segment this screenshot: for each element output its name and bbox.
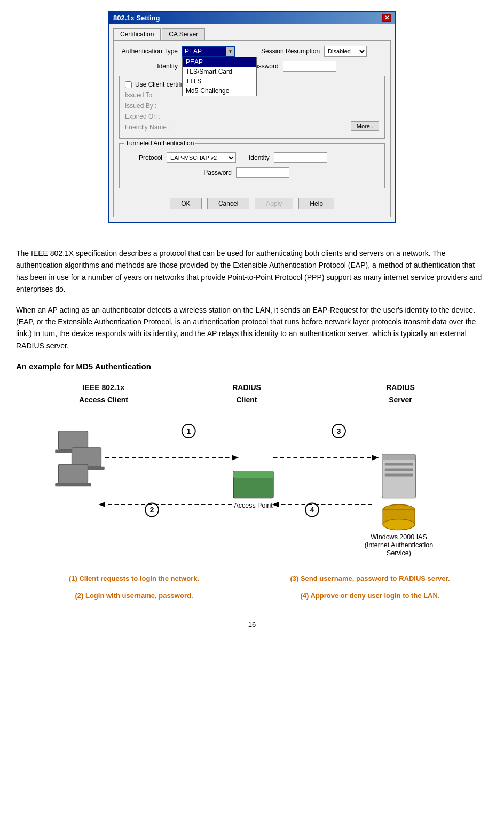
friendly-name-label: Friendly Name : [125, 123, 173, 131]
form-panel: Authentication Type PEAP ▼ PEAP TLS/Smar… [113, 40, 391, 217]
col2-label-line2: Client [237, 395, 257, 404]
ok-button[interactable]: OK [170, 198, 202, 209]
diagram-svg: 1 2 Access Point 3 4 [16, 411, 488, 571]
friendly-name-row: Friendly Name : More.. [125, 123, 379, 131]
annotation-2: (2) Login with username, password. [30, 591, 238, 601]
svg-text:4: 4 [310, 506, 314, 514]
svg-rect-4 [59, 464, 88, 483]
use-client-cert-checkbox[interactable] [125, 81, 132, 88]
svg-rect-28 [385, 468, 413, 471]
dialog-titlebar: 802.1x Setting ✕ [109, 12, 395, 24]
protocol-row: Protocol EAP-MSCHAP v2 Identity [125, 152, 379, 163]
tunneled-password-input[interactable] [236, 167, 289, 178]
svg-marker-9 [232, 455, 239, 460]
svg-marker-13 [99, 502, 106, 507]
issued-by-row: Issued By : [125, 102, 379, 110]
page-number: 16 [16, 619, 488, 631]
col2-label: RADIUS Client [204, 382, 289, 406]
svg-text:1: 1 [186, 427, 191, 435]
main-content: The IEEE 802.1X specification describes … [0, 239, 504, 651]
diagram-annotations: (1) Client requests to login the network… [16, 574, 488, 608]
svg-text:2: 2 [150, 506, 154, 514]
cancel-button[interactable]: Cancel [207, 198, 249, 209]
svg-text:3: 3 [337, 427, 341, 435]
expired-on-row: Expired On : [125, 113, 379, 120]
tunneled-identity-label: Identity [249, 154, 270, 161]
tab-ca-server[interactable]: CA Server [162, 28, 205, 40]
annotation-4: (4) Approve or deny user login to the LA… [266, 591, 474, 601]
dialog-802-1x: 802.1x Setting ✕ Certification CA Server… [108, 11, 396, 223]
identity-label: Identity [119, 63, 178, 70]
more-button[interactable]: More.. [351, 121, 379, 131]
annotation-col-left: (1) Client requests to login the network… [30, 574, 238, 608]
annotation-3: (3) Send username, password to RADIUS se… [266, 574, 474, 584]
svg-rect-0 [59, 431, 88, 449]
svg-rect-2 [72, 448, 101, 467]
section-heading: An example for MD5 Authentication [16, 360, 488, 373]
svg-marker-24 [272, 502, 279, 507]
auth-type-value: PEAP [183, 47, 226, 56]
issued-by-label: Issued By : [125, 102, 173, 110]
dialog-close-button[interactable]: ✕ [382, 14, 391, 22]
diagram-area: IEEE 802.1x Access Client RADIUS Client … [16, 382, 488, 563]
dropdown-item-peap[interactable]: PEAP [183, 57, 256, 67]
dialog-body: Certification CA Server Authentication T… [109, 24, 395, 222]
auth-type-label: Authentication Type [119, 48, 178, 55]
svg-text:Windows 2000 IAS: Windows 2000 IAS [371, 533, 427, 541]
col1-label-line1: IEEE 802.1x [83, 383, 125, 392]
paragraph2: When an AP acting as an authenticator de… [16, 304, 488, 352]
svg-text:Service): Service) [387, 549, 411, 557]
tab-certification[interactable]: Certification [113, 28, 161, 40]
svg-marker-20 [372, 455, 379, 460]
diagram-labels-row: IEEE 802.1x Access Client RADIUS Client … [16, 382, 488, 406]
password-input[interactable] [283, 61, 336, 72]
expired-on-label: Expired On : [125, 113, 173, 120]
auth-type-row: Authentication Type PEAP ▼ PEAP TLS/Smar… [119, 46, 385, 57]
help-button[interactable]: Help [298, 198, 334, 209]
paragraph1: The IEEE 802.1X specification describes … [16, 247, 488, 296]
issued-to-label: Issued To : [125, 91, 173, 99]
auth-type-dropdown[interactable]: PEAP ▼ [182, 46, 235, 57]
dropdown-item-md5[interactable]: Md5-Challenge [183, 86, 256, 96]
tunneled-auth-label: Tunneled Authentication [124, 139, 195, 147]
svg-rect-15 [233, 471, 273, 478]
col1-label-line2: Access Client [79, 395, 128, 404]
col1-label: IEEE 802.1x Access Client [61, 382, 146, 406]
session-resumption-select[interactable]: Disabled [324, 46, 367, 57]
svg-rect-5 [55, 483, 91, 486]
protocol-label: Protocol [125, 154, 162, 161]
dropdown-item-tls[interactable]: TLS/Smart Card [183, 67, 256, 76]
col3-label-line2: Server [389, 395, 412, 404]
svg-point-32 [383, 519, 415, 530]
auth-type-dropdown-list[interactable]: PEAP TLS/Smart Card TTLS Md5-Challenge [182, 57, 257, 96]
annotation-col-right: (3) Send username, password to RADIUS se… [266, 574, 474, 608]
tunneled-password-row: Password [125, 167, 379, 178]
svg-text:(Internet Authentication: (Internet Authentication [365, 541, 434, 549]
dropdown-arrow-icon[interactable]: ▼ [226, 47, 234, 56]
annotation-1: (1) Client requests to login the network… [30, 574, 238, 584]
dialog-title: 802.1x Setting [113, 14, 160, 22]
apply-button[interactable]: Apply [255, 198, 293, 209]
dropdown-item-ttls[interactable]: TTLS [183, 76, 256, 86]
col2-label-line1: RADIUS [232, 383, 261, 392]
svg-rect-26 [382, 454, 416, 460]
svg-text:Access Point: Access Point [234, 502, 273, 509]
protocol-select[interactable]: EAP-MSCHAP v2 [167, 152, 236, 163]
col3-label-line1: RADIUS [386, 383, 415, 392]
session-resumption-label: Session Resumption [261, 48, 320, 55]
svg-rect-29 [385, 473, 413, 476]
col3-label: RADIUS Server [358, 382, 443, 406]
dialog-buttons: OK Cancel Apply Help [119, 193, 385, 212]
tunneled-identity-input[interactable] [274, 152, 327, 163]
tab-row: Certification CA Server [113, 28, 391, 40]
auth-type-dropdown-container[interactable]: PEAP ▼ PEAP TLS/Smart Card TTLS Md5-Chal… [182, 46, 235, 57]
tunneled-password-label: Password [125, 169, 232, 176]
dialog-wrapper: 802.1x Setting ✕ Certification CA Server… [0, 0, 504, 239]
tunneled-auth-box: Tunneled Authentication Protocol EAP-MSC… [119, 143, 385, 188]
svg-rect-27 [385, 463, 413, 465]
